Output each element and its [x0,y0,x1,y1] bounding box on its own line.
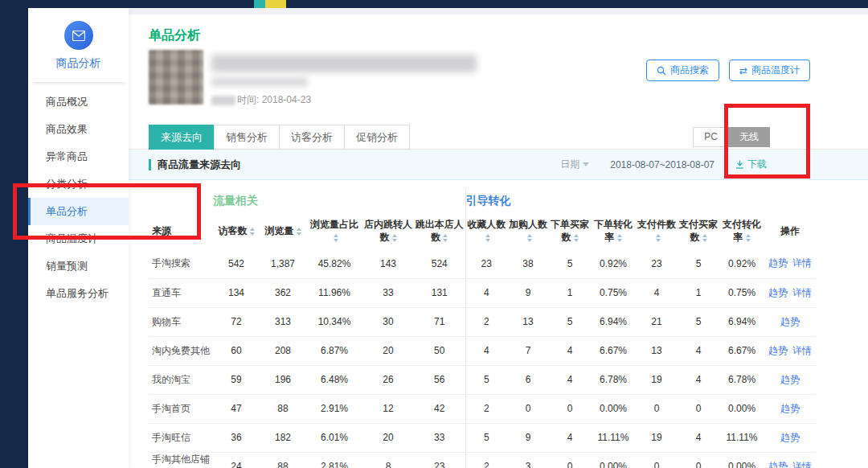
value-cell: 36 [213,423,260,452]
blurred-product-subtitle [211,77,308,87]
date-range: 2018-08-07~2018-08-07 [610,159,714,170]
device-toggle-1[interactable]: 无线 [728,127,770,147]
value-cell: 1 [678,278,719,307]
device-toggle: PC无线 [694,127,770,147]
sidebar-item-0[interactable]: 商品概况 [28,88,129,116]
value-cell: 0 [636,452,678,468]
value-cell: 196 [260,365,306,394]
trend-link[interactable]: 趋势 [768,345,788,356]
column-header-2[interactable]: 浏览量 [260,212,306,249]
sort-icon[interactable] [656,234,661,242]
column-header-7[interactable]: 加购人数 [507,212,549,249]
left-rail [0,0,28,468]
tab-1[interactable]: 销售分析 [214,125,280,150]
column-header-6[interactable]: 收藏人数 [465,212,507,249]
value-cell: 208 [260,336,306,365]
value-cell: 4 [549,336,591,365]
value-cell: 11.11% [591,423,636,452]
table-row: 手淘旺信361826.01%203359411.11%19411.11%趋势 [149,423,816,452]
page-title: 单品分析 [149,27,200,44]
column-header-label: 支付件数 [637,219,676,230]
value-cell: 11.11% [719,423,764,452]
date-filter[interactable]: 日期 [560,158,589,171]
column-header-label: 店内跳转人数 [364,219,412,243]
value-cell: 5 [678,249,719,278]
sort-icon[interactable] [617,234,622,242]
trend-link[interactable]: 趋势 [768,461,788,468]
column-header-4[interactable]: 店内跳转人数 [362,212,414,249]
column-header-3[interactable]: 浏览量占比 [306,212,362,249]
date-filter-label: 日期 [560,158,579,170]
tab-2[interactable]: 访客分析 [279,125,345,150]
sidebar-item-2[interactable]: 异常商品 [28,143,129,170]
sidebar-item-7[interactable]: 单品服务分析 [28,280,129,307]
value-cell: 0.00% [591,452,636,468]
product-thermometer-label: 商品温度计 [751,64,800,77]
value-cell: 13 [507,307,549,336]
column-header-label: 浏览量 [265,225,294,236]
value-cell: 5 [549,249,591,278]
trend-link[interactable]: 趋势 [780,374,800,385]
value-cell: 5 [678,307,719,336]
download-button[interactable]: 下载 [735,158,767,171]
value-cell: 56 [414,365,465,394]
value-cell: 4 [678,423,719,452]
column-header-13: 操作 [764,212,816,249]
sort-icon[interactable] [334,234,338,242]
trend-link[interactable]: 趋势 [768,257,788,269]
sort-icon[interactable] [485,234,490,242]
value-cell: 4 [549,423,591,452]
value-cell: 362 [260,278,306,307]
trend-link[interactable]: 趋势 [780,432,800,443]
sort-icon[interactable] [746,234,751,242]
table-row: 直通车13436211.96%331314910.75%410.75%趋势详情 [149,278,816,307]
sort-icon[interactable] [574,234,579,242]
sort-icon[interactable] [527,234,532,242]
column-header-1[interactable]: 访客数 [213,212,260,249]
column-header-8[interactable]: 下单买家数 [549,212,591,249]
sort-icon[interactable] [250,228,255,236]
column-header-12[interactable]: 支付转化率 [719,212,764,249]
value-cell: 6.87% [306,336,362,365]
trend-link[interactable]: 趋势 [780,316,800,327]
tab-3[interactable]: 促销分析 [344,125,410,150]
sort-icon[interactable] [392,234,397,242]
swap-arrows-icon: ⇄ [739,65,747,76]
sidebar-item-4[interactable]: 单品分析 [28,198,129,225]
column-header-5[interactable]: 跳出本店人数 [414,212,465,249]
sidebar-item-3[interactable]: 分类分析 [28,170,129,198]
sort-icon[interactable] [297,228,301,236]
column-header-10[interactable]: 支付件数 [636,212,678,249]
sort-icon[interactable] [702,234,707,242]
detail-link[interactable]: 详情 [792,257,812,269]
tab-0[interactable]: 来源去向 [149,125,215,150]
value-cell: 5 [549,307,591,336]
value-cell: 0.00% [591,394,636,423]
value-cell: 4 [465,336,507,365]
sidebar: 商品分析 商品概况商品效果异常商品分类分析单品分析商品温度计销量预测单品服务分析 [28,8,129,468]
sidebar-item-5[interactable]: 商品温度计 [28,225,129,252]
product-search-button[interactable]: 商品搜索 [646,60,719,81]
column-header-11[interactable]: 支付买家数 [678,212,719,249]
sidebar-item-1[interactable]: 商品效果 [28,116,129,143]
value-cell: 11.96% [306,278,362,307]
download-icon [735,160,744,169]
group-header-row: 流量相关引导转化 [149,190,816,212]
detail-link[interactable]: 详情 [792,345,812,356]
actions-cell: 趋势详情 [764,452,816,468]
sidebar-menu: 商品概况商品效果异常商品分类分析单品分析商品温度计销量预测单品服务分析 [28,82,129,307]
sort-icon[interactable] [443,234,448,242]
column-header-label: 加购人数 [509,219,547,230]
header-buttons: 商品搜索 ⇄ 商品温度计 [646,60,810,81]
sidebar-item-6[interactable]: 销量预测 [28,252,129,280]
trend-link[interactable]: 趋势 [768,287,788,298]
detail-link[interactable]: 详情 [792,287,812,298]
column-header-9[interactable]: 下单转化率 [591,212,636,249]
device-toggle-0[interactable]: PC [693,127,729,147]
value-cell: 0 [549,452,591,468]
value-cell: 38 [507,249,549,278]
detail-link[interactable]: 详情 [792,461,812,468]
trend-link[interactable]: 趋势 [780,403,800,414]
section-title: 商品流量来源去向 [149,158,241,172]
product-thermometer-button[interactable]: ⇄ 商品温度计 [729,60,810,81]
